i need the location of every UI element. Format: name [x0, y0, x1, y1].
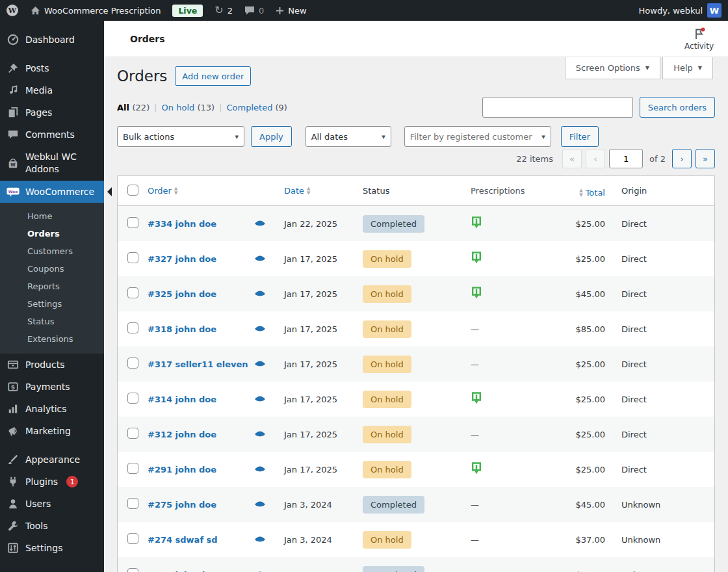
sort-total-header[interactable]: ▲▼Total: [577, 188, 605, 198]
preview-eye-icon[interactable]: [254, 255, 266, 263]
pages-icon: [6, 106, 20, 119]
submenu-item-customers[interactable]: Customers: [0, 242, 104, 260]
next-page-button[interactable]: ›: [672, 149, 692, 168]
order-link[interactable]: #334 john doe: [148, 219, 216, 229]
row-checkbox[interactable]: [127, 393, 138, 404]
order-total: $45.00: [564, 570, 605, 572]
comments-menu[interactable]: 0: [239, 0, 270, 21]
row-checkbox[interactable]: [127, 287, 138, 298]
submenu-item-extensions[interactable]: Extensions: [0, 330, 104, 348]
view-completed-link[interactable]: Completed (9): [226, 103, 287, 112]
row-checkbox[interactable]: [127, 217, 138, 228]
order-link[interactable]: #325 john doe: [148, 289, 216, 299]
new-menu[interactable]: New: [270, 0, 312, 21]
row-checkbox[interactable]: [127, 533, 138, 544]
prescription-icon[interactable]: [471, 216, 482, 231]
add-new-order-button[interactable]: Add new order: [175, 66, 251, 86]
sidebar-item-dashboard[interactable]: Dashboard: [0, 29, 104, 51]
preview-eye-icon[interactable]: [254, 325, 266, 333]
sort-date-header[interactable]: Date▲▼: [284, 186, 313, 196]
order-link[interactable]: #275 john doe: [148, 500, 216, 510]
sidebar-item-users[interactable]: Users: [0, 493, 104, 515]
howdy-text[interactable]: Howdy, webkul: [639, 6, 703, 16]
prescription-icon[interactable]: [471, 251, 482, 266]
order-link[interactable]: #317 seller11 eleven: [148, 359, 248, 369]
preview-eye-icon[interactable]: [254, 500, 266, 508]
submenu-item-reports[interactable]: Reports: [0, 278, 104, 295]
row-checkbox[interactable]: [127, 252, 138, 263]
order-link[interactable]: #312 john doe: [148, 430, 216, 439]
submenu-item-coupons[interactable]: Coupons: [0, 260, 104, 278]
sidebar-item-tools[interactable]: Tools: [0, 515, 104, 537]
row-checkbox[interactable]: [127, 322, 138, 333]
sidebar-item-pages[interactable]: Pages: [0, 101, 104, 124]
search-orders-button[interactable]: Search orders: [640, 97, 715, 118]
order-link[interactable]: #272 john doe: [148, 570, 216, 572]
view-onhold-link[interactable]: On hold (13): [162, 103, 215, 112]
submenu-item-status[interactable]: Status: [0, 313, 104, 330]
preview-eye-icon[interactable]: [254, 536, 266, 543]
row-checkbox[interactable]: [127, 498, 138, 509]
customer-filter-select[interactable]: Filter by registered customer: [404, 126, 551, 147]
sidebar-item-posts[interactable]: Posts: [0, 57, 104, 79]
pin-icon: [6, 62, 20, 75]
row-checkbox[interactable]: [127, 568, 138, 572]
select-all-checkbox[interactable]: [127, 185, 138, 196]
submenu-item-orders[interactable]: Orders: [0, 225, 104, 242]
sidebar-item-payments[interactable]: $ Payments: [0, 376, 104, 398]
main-content: Orders Activity Screen Options ▼ Help ▼ …: [104, 0, 728, 572]
prescription-icon[interactable]: [471, 391, 482, 407]
avatar[interactable]: W: [707, 3, 722, 18]
svg-text:$: $: [11, 384, 15, 391]
order-link[interactable]: #274 sdwaf sd: [148, 535, 218, 545]
current-page-input[interactable]: [609, 149, 643, 168]
preview-eye-icon[interactable]: [254, 395, 266, 403]
table-row: #274 sdwaf sd Jan 3, 2024 On hold — $37.…: [118, 522, 714, 557]
submenu-item-home[interactable]: Home: [0, 207, 104, 225]
row-checkbox[interactable]: [127, 463, 138, 474]
sidebar-item-webkul-wc-addons[interactable]: W Webkul WC Addons: [0, 146, 104, 181]
last-page-button[interactable]: »: [696, 149, 715, 168]
sidebar-item-products[interactable]: Products: [0, 354, 104, 376]
preview-eye-icon[interactable]: [254, 290, 266, 298]
filter-button[interactable]: Filter: [561, 126, 599, 147]
prescription-icon[interactable]: [471, 286, 482, 302]
site-menu[interactable]: WooCommerce Prescription: [25, 0, 166, 21]
sidebar-label: Payments: [25, 382, 70, 392]
submenu-item-settings[interactable]: Settings: [0, 295, 104, 313]
preview-eye-icon[interactable]: [254, 220, 266, 228]
all-dates-select[interactable]: All dates: [306, 126, 391, 147]
bulk-actions-select[interactable]: Bulk actions: [117, 126, 244, 147]
activity-button[interactable]: Activity: [684, 27, 714, 51]
updates-menu[interactable]: ↻ 2: [209, 0, 239, 21]
preview-eye-icon[interactable]: [254, 430, 266, 438]
chevron-down-icon: ▼: [645, 65, 649, 71]
order-date: Jan 3, 2024: [284, 535, 363, 545]
preview-eye-icon[interactable]: [254, 360, 266, 368]
help-tab[interactable]: Help ▼: [662, 57, 713, 79]
order-date: Jan 17, 2025: [284, 359, 363, 369]
sidebar-item-analytics[interactable]: Analytics: [0, 398, 104, 420]
view-all-link[interactable]: All (22): [117, 103, 150, 112]
search-orders-input[interactable]: [482, 97, 633, 118]
preview-eye-icon[interactable]: [254, 465, 266, 473]
wordpress-logo[interactable]: W: [0, 0, 25, 21]
sidebar-item-woocommerce[interactable]: Woo WooCommerce: [0, 181, 104, 203]
sidebar-item-comments[interactable]: Comments: [0, 124, 104, 146]
order-link[interactable]: #314 john doe: [148, 395, 216, 404]
apply-button[interactable]: Apply: [251, 126, 292, 147]
sidebar-item-media[interactable]: Media: [0, 79, 104, 101]
order-link[interactable]: #318 john doe: [148, 324, 216, 334]
sidebar-item-marketing[interactable]: Marketing: [0, 420, 104, 442]
sidebar-label: Marketing: [25, 426, 71, 436]
order-link[interactable]: #291 john doe: [148, 465, 216, 474]
screen-options-tab[interactable]: Screen Options ▼: [565, 57, 660, 79]
sidebar-item-plugins[interactable]: Plugins 1: [0, 471, 104, 493]
sidebar-item-settings[interactable]: Settings: [0, 537, 104, 559]
order-link[interactable]: #327 john doe: [148, 254, 216, 264]
row-checkbox[interactable]: [127, 358, 138, 369]
prescription-icon[interactable]: [471, 462, 482, 477]
sort-order-header[interactable]: Order▲▼: [148, 186, 180, 196]
sidebar-item-appearance[interactable]: Appearance: [0, 448, 104, 471]
row-checkbox[interactable]: [127, 428, 138, 439]
